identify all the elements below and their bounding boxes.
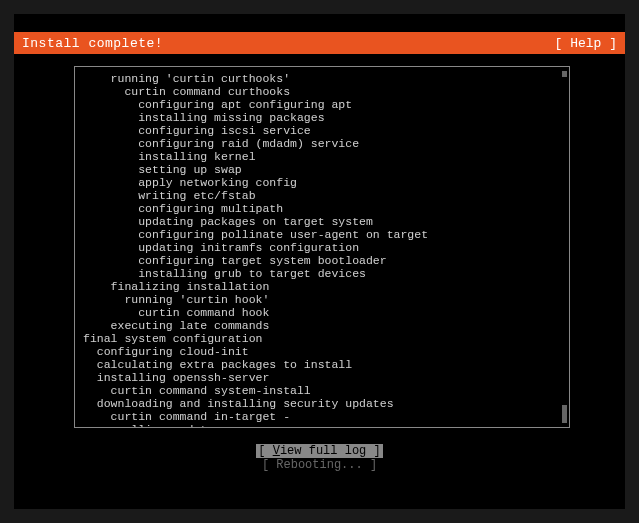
footer-buttons: [ View full log ] [ Rebooting... ] (14, 444, 625, 472)
scrollbar[interactable] (562, 71, 567, 423)
install-log-panel: running 'curtin curthooks' curtin comman… (74, 66, 570, 428)
rebooting-button: [ Rebooting... ] (260, 458, 379, 472)
install-log-text: running 'curtin curthooks' curtin comman… (83, 72, 561, 428)
header-bar: Install complete! [ Help ] (14, 32, 625, 54)
installer-screen: Install complete! [ Help ] running 'curt… (14, 14, 625, 509)
help-button[interactable]: [ Help ] (555, 36, 617, 51)
window-frame: Install complete! [ Help ] running 'curt… (0, 0, 639, 523)
scrollbar-thumb[interactable] (562, 405, 567, 423)
scrollbar-up-icon (562, 71, 567, 77)
view-full-log-button[interactable]: [ View full log ] (256, 444, 382, 458)
page-title: Install complete! (22, 36, 163, 51)
hotkey-v: V (273, 444, 280, 458)
